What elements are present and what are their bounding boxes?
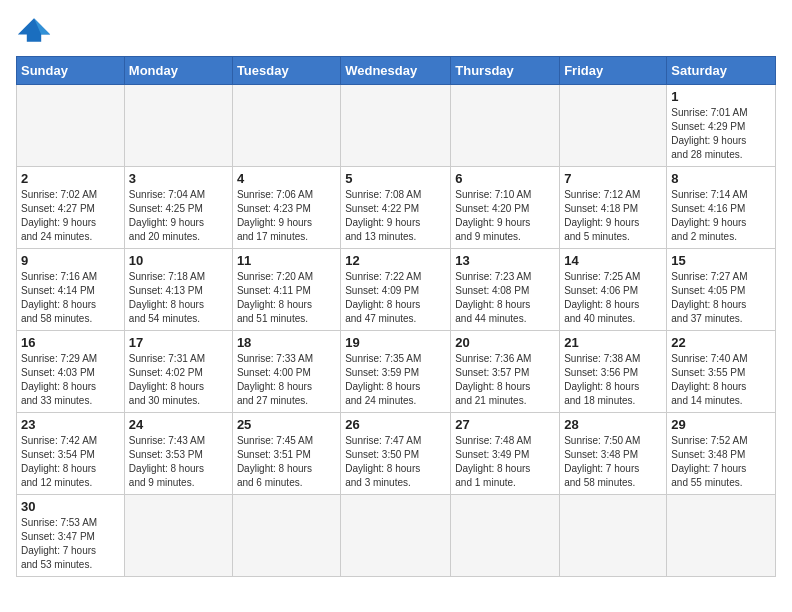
day-number: 6 bbox=[455, 171, 555, 186]
day-number: 19 bbox=[345, 335, 446, 350]
calendar-cell: 16Sunrise: 7:29 AM Sunset: 4:03 PM Dayli… bbox=[17, 331, 125, 413]
calendar-cell bbox=[560, 495, 667, 577]
calendar-cell bbox=[124, 495, 232, 577]
calendar-cell: 20Sunrise: 7:36 AM Sunset: 3:57 PM Dayli… bbox=[451, 331, 560, 413]
calendar-cell: 2Sunrise: 7:02 AM Sunset: 4:27 PM Daylig… bbox=[17, 167, 125, 249]
day-info: Sunrise: 7:16 AM Sunset: 4:14 PM Dayligh… bbox=[21, 270, 120, 326]
day-info: Sunrise: 7:47 AM Sunset: 3:50 PM Dayligh… bbox=[345, 434, 446, 490]
calendar-cell bbox=[451, 85, 560, 167]
col-header-saturday: Saturday bbox=[667, 57, 776, 85]
col-header-monday: Monday bbox=[124, 57, 232, 85]
day-info: Sunrise: 7:52 AM Sunset: 3:48 PM Dayligh… bbox=[671, 434, 771, 490]
day-number: 23 bbox=[21, 417, 120, 432]
day-number: 13 bbox=[455, 253, 555, 268]
calendar-cell: 1Sunrise: 7:01 AM Sunset: 4:29 PM Daylig… bbox=[667, 85, 776, 167]
day-info: Sunrise: 7:08 AM Sunset: 4:22 PM Dayligh… bbox=[345, 188, 446, 244]
logo bbox=[16, 16, 56, 44]
calendar-cell: 30Sunrise: 7:53 AM Sunset: 3:47 PM Dayli… bbox=[17, 495, 125, 577]
calendar-cell bbox=[124, 85, 232, 167]
day-number: 4 bbox=[237, 171, 336, 186]
day-number: 21 bbox=[564, 335, 662, 350]
day-number: 29 bbox=[671, 417, 771, 432]
day-number: 24 bbox=[129, 417, 228, 432]
col-header-wednesday: Wednesday bbox=[341, 57, 451, 85]
calendar-cell bbox=[17, 85, 125, 167]
calendar-cell: 19Sunrise: 7:35 AM Sunset: 3:59 PM Dayli… bbox=[341, 331, 451, 413]
col-header-thursday: Thursday bbox=[451, 57, 560, 85]
day-number: 15 bbox=[671, 253, 771, 268]
calendar-cell: 12Sunrise: 7:22 AM Sunset: 4:09 PM Dayli… bbox=[341, 249, 451, 331]
day-info: Sunrise: 7:22 AM Sunset: 4:09 PM Dayligh… bbox=[345, 270, 446, 326]
day-info: Sunrise: 7:35 AM Sunset: 3:59 PM Dayligh… bbox=[345, 352, 446, 408]
calendar-cell: 26Sunrise: 7:47 AM Sunset: 3:50 PM Dayli… bbox=[341, 413, 451, 495]
calendar-cell: 7Sunrise: 7:12 AM Sunset: 4:18 PM Daylig… bbox=[560, 167, 667, 249]
day-number: 7 bbox=[564, 171, 662, 186]
calendar-cell bbox=[560, 85, 667, 167]
day-info: Sunrise: 7:48 AM Sunset: 3:49 PM Dayligh… bbox=[455, 434, 555, 490]
page-header bbox=[16, 16, 776, 44]
logo-icon bbox=[16, 16, 52, 44]
day-number: 22 bbox=[671, 335, 771, 350]
calendar-cell: 27Sunrise: 7:48 AM Sunset: 3:49 PM Dayli… bbox=[451, 413, 560, 495]
calendar-cell bbox=[451, 495, 560, 577]
calendar-cell: 17Sunrise: 7:31 AM Sunset: 4:02 PM Dayli… bbox=[124, 331, 232, 413]
calendar-cell: 21Sunrise: 7:38 AM Sunset: 3:56 PM Dayli… bbox=[560, 331, 667, 413]
day-number: 30 bbox=[21, 499, 120, 514]
calendar-cell: 11Sunrise: 7:20 AM Sunset: 4:11 PM Dayli… bbox=[232, 249, 340, 331]
day-info: Sunrise: 7:36 AM Sunset: 3:57 PM Dayligh… bbox=[455, 352, 555, 408]
day-info: Sunrise: 7:50 AM Sunset: 3:48 PM Dayligh… bbox=[564, 434, 662, 490]
calendar-cell bbox=[232, 495, 340, 577]
day-number: 11 bbox=[237, 253, 336, 268]
calendar-cell bbox=[667, 495, 776, 577]
day-number: 1 bbox=[671, 89, 771, 104]
day-info: Sunrise: 7:38 AM Sunset: 3:56 PM Dayligh… bbox=[564, 352, 662, 408]
calendar-cell bbox=[341, 495, 451, 577]
day-info: Sunrise: 7:23 AM Sunset: 4:08 PM Dayligh… bbox=[455, 270, 555, 326]
day-number: 25 bbox=[237, 417, 336, 432]
day-number: 26 bbox=[345, 417, 446, 432]
day-info: Sunrise: 7:29 AM Sunset: 4:03 PM Dayligh… bbox=[21, 352, 120, 408]
day-number: 5 bbox=[345, 171, 446, 186]
day-number: 2 bbox=[21, 171, 120, 186]
calendar-cell: 29Sunrise: 7:52 AM Sunset: 3:48 PM Dayli… bbox=[667, 413, 776, 495]
calendar-cell: 15Sunrise: 7:27 AM Sunset: 4:05 PM Dayli… bbox=[667, 249, 776, 331]
day-number: 3 bbox=[129, 171, 228, 186]
day-info: Sunrise: 7:40 AM Sunset: 3:55 PM Dayligh… bbox=[671, 352, 771, 408]
calendar-cell: 24Sunrise: 7:43 AM Sunset: 3:53 PM Dayli… bbox=[124, 413, 232, 495]
day-info: Sunrise: 7:14 AM Sunset: 4:16 PM Dayligh… bbox=[671, 188, 771, 244]
day-number: 9 bbox=[21, 253, 120, 268]
day-info: Sunrise: 7:27 AM Sunset: 4:05 PM Dayligh… bbox=[671, 270, 771, 326]
calendar-cell: 23Sunrise: 7:42 AM Sunset: 3:54 PM Dayli… bbox=[17, 413, 125, 495]
day-info: Sunrise: 7:43 AM Sunset: 3:53 PM Dayligh… bbox=[129, 434, 228, 490]
calendar-cell: 13Sunrise: 7:23 AM Sunset: 4:08 PM Dayli… bbox=[451, 249, 560, 331]
calendar-cell: 18Sunrise: 7:33 AM Sunset: 4:00 PM Dayli… bbox=[232, 331, 340, 413]
day-info: Sunrise: 7:31 AM Sunset: 4:02 PM Dayligh… bbox=[129, 352, 228, 408]
calendar-cell: 6Sunrise: 7:10 AM Sunset: 4:20 PM Daylig… bbox=[451, 167, 560, 249]
day-info: Sunrise: 7:42 AM Sunset: 3:54 PM Dayligh… bbox=[21, 434, 120, 490]
calendar-cell: 22Sunrise: 7:40 AM Sunset: 3:55 PM Dayli… bbox=[667, 331, 776, 413]
calendar-cell bbox=[232, 85, 340, 167]
col-header-friday: Friday bbox=[560, 57, 667, 85]
calendar-cell: 10Sunrise: 7:18 AM Sunset: 4:13 PM Dayli… bbox=[124, 249, 232, 331]
day-info: Sunrise: 7:18 AM Sunset: 4:13 PM Dayligh… bbox=[129, 270, 228, 326]
calendar-cell: 25Sunrise: 7:45 AM Sunset: 3:51 PM Dayli… bbox=[232, 413, 340, 495]
day-number: 27 bbox=[455, 417, 555, 432]
day-info: Sunrise: 7:25 AM Sunset: 4:06 PM Dayligh… bbox=[564, 270, 662, 326]
calendar-cell: 4Sunrise: 7:06 AM Sunset: 4:23 PM Daylig… bbox=[232, 167, 340, 249]
day-info: Sunrise: 7:33 AM Sunset: 4:00 PM Dayligh… bbox=[237, 352, 336, 408]
day-info: Sunrise: 7:02 AM Sunset: 4:27 PM Dayligh… bbox=[21, 188, 120, 244]
day-number: 10 bbox=[129, 253, 228, 268]
calendar-cell bbox=[341, 85, 451, 167]
day-number: 16 bbox=[21, 335, 120, 350]
calendar-cell: 9Sunrise: 7:16 AM Sunset: 4:14 PM Daylig… bbox=[17, 249, 125, 331]
day-info: Sunrise: 7:01 AM Sunset: 4:29 PM Dayligh… bbox=[671, 106, 771, 162]
day-info: Sunrise: 7:12 AM Sunset: 4:18 PM Dayligh… bbox=[564, 188, 662, 244]
col-header-sunday: Sunday bbox=[17, 57, 125, 85]
calendar-cell: 28Sunrise: 7:50 AM Sunset: 3:48 PM Dayli… bbox=[560, 413, 667, 495]
day-number: 12 bbox=[345, 253, 446, 268]
col-header-tuesday: Tuesday bbox=[232, 57, 340, 85]
day-info: Sunrise: 7:45 AM Sunset: 3:51 PM Dayligh… bbox=[237, 434, 336, 490]
day-number: 14 bbox=[564, 253, 662, 268]
day-number: 18 bbox=[237, 335, 336, 350]
calendar-cell: 8Sunrise: 7:14 AM Sunset: 4:16 PM Daylig… bbox=[667, 167, 776, 249]
